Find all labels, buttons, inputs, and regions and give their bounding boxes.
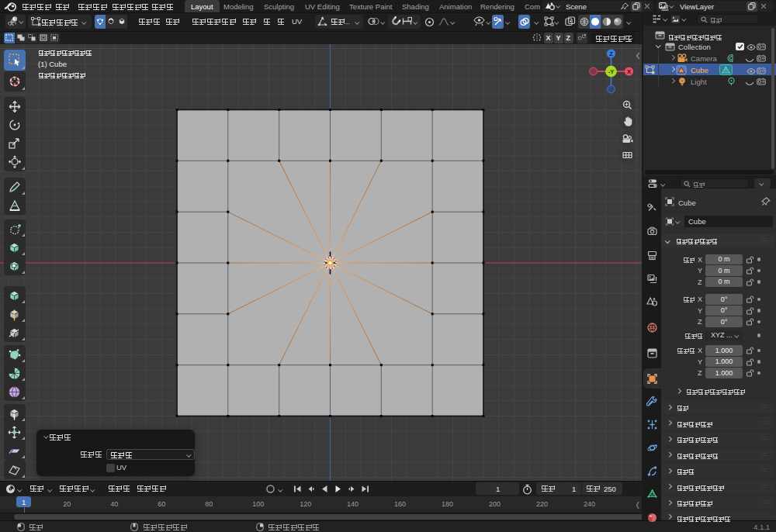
svg-text:Z: Z [609,50,613,57]
svg-text:X: X [627,68,631,75]
svg-text:-Y: -Y [608,68,615,75]
